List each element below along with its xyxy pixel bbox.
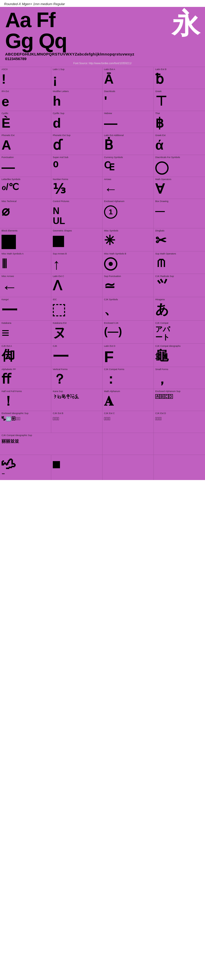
cell-punctuation: Punctuation — (0, 155, 51, 177)
cell-char-dingbats: ✂ (155, 234, 167, 247)
cell-label-half-full-forms: Half And Full Forms (2, 390, 22, 393)
cell-greek-ext: Greek Ext ά (154, 133, 205, 155)
grid-row-3: Cyrillic È Cyrillic Sup d Hebrew — Thai … (0, 111, 205, 133)
cell-math-operators: Math Operators ∀ (154, 177, 205, 199)
cell-char-enclosed-cjk: (—) (104, 326, 122, 337)
cell-diacriticals-sym: Diacriticals For Symbols (154, 155, 205, 177)
cell-empty-1 (102, 433, 154, 455)
cell-label-cjk-ext-d: CJK Ext D (155, 412, 166, 415)
cell-label-ascii: ASCII (2, 68, 8, 71)
cjk-compat-ideo-sup-chars: 丽 丽 並 並 (2, 438, 19, 444)
header: Rounded-X Mgen+ 1mn medium Regular (0, 0, 205, 7)
enc-as-3: 🄲 (164, 395, 168, 399)
cell-label-super-sub: Super And Sub (53, 156, 69, 159)
cell-char-latin-ext-a: Ā (104, 72, 114, 86)
enc-as-4: 🄳 (168, 395, 173, 399)
hero-numbers: 0123456789 (5, 57, 200, 61)
cell-final-small (51, 455, 102, 480)
cell-cjk-ext-d: CJK Ext D 𫝀 𫝁 𫝂 𫝃 (154, 411, 205, 433)
cell-char-modifier: h (53, 94, 61, 108)
cell-geometric-shapes: Geometric Shapes (51, 228, 102, 251)
grid-row-9: Misc Math Symbols A ⦀ Sup Arrows B ↑ Mis… (0, 251, 205, 274)
kana-sup-3: 𛀂 (61, 395, 66, 399)
cell-cjk-compat: CJK Compat アパ ート (154, 321, 205, 343)
cell-label-cjk-compat-ideo-sup: CJK Compat Ideographic Sup (2, 434, 32, 437)
cell-cjk: CJK 一 (51, 344, 102, 367)
cell-char-misc-arrows: ← (2, 279, 18, 295)
cell-char-cyrillic-sup: d (53, 116, 61, 130)
cell-label-misc-arrows: Misc Arrows (2, 275, 14, 278)
enc-alphanum-sup-chars: 🄰 🄱 🄲 🄳 (155, 395, 173, 399)
cell-label-enclosed-cjk: Enclosed CJK (104, 322, 119, 325)
hero-kanji: 永 (172, 10, 200, 38)
cell-label-arrows: Arrows (104, 178, 111, 181)
cell-label-cjk-compat: CJK Compat (155, 322, 168, 325)
cell-misc-technical: Misc Technical ⌀ (0, 199, 51, 228)
cell-label-latin1sup: Latin 1 Sup (53, 68, 64, 71)
cell-phonetic-ext: Phonetic Ext A (0, 133, 51, 155)
cell-char-sup-math-operators: ⫙ (155, 257, 168, 269)
cell-latin-ext-c: Latin Ext C ꓥ (51, 274, 102, 297)
cell-enc-ideo-sup: Enclosed Ideographic Sup 🈀 🈁 🈂 🈃 🈄 🈅 (0, 411, 51, 433)
kana-sup-5: 𛀄 (70, 395, 75, 399)
cell-modifier: Modifier Letters h (51, 89, 102, 111)
cell-char-cjk-symbols: 、 (104, 302, 117, 316)
cell-label-latin-ext-c: Latin Ext C (53, 275, 64, 278)
cell-cjk-compat-forms: CJK Compat Forms ： (102, 367, 154, 389)
cell-label-cjk-compat-ideo: CJK Compat Ideographs (155, 345, 181, 348)
cell-char-misc-symbols: ✳ (104, 234, 115, 247)
cell-thai: Thai ฿ (154, 111, 205, 133)
cell-label-box-drawing: Box Drawing (155, 200, 168, 203)
cell-latin-ext-d: Latin Ext D F (102, 344, 154, 367)
grid-row-8: Block Elements Geometric Shapes Misc Sym… (0, 228, 205, 251)
cell-label-greek: Greek (155, 90, 162, 93)
cell-char-math-operators: ∀ (155, 182, 165, 196)
cell-char-punctuation: — (2, 160, 15, 173)
circle-target-symbol (104, 257, 117, 270)
cell-char-latin-ext-b: ƀ (155, 72, 164, 86)
cjk-ext-c-chars: 𪜀 𪜁 𪜂 𪜃 (104, 416, 111, 422)
cell-label-block-elements: Block Elements (2, 229, 18, 232)
cell-katakana: Katakana ≡ (0, 321, 51, 343)
cell-char-cjk-compat-forms: ： (104, 372, 117, 386)
cell-control-pictures: Control Pictures NUL (51, 199, 102, 228)
grid-row-1: ASCII ! Latin 1 Sup ¡ Latin Ext A Ā Lati… (0, 67, 205, 89)
cell-char-latin-ext-c: ꓥ (53, 279, 62, 292)
cell-cyrillic-sup: Cyrillic Sup d (51, 111, 102, 133)
nul-symbol: NUL (53, 206, 65, 226)
cell-hebrew: Hebrew — (102, 111, 154, 133)
cell-label-misc-math-b: Misc Math Symbols B (104, 252, 127, 255)
cell-label-modifier: Modifier Letters (53, 90, 69, 93)
enc-ideo-sup-chars: 🈀 🈁 🈂 🈃 🈄 🈅 (2, 416, 21, 422)
cell-char-cjk-ext-a: 㑢 (2, 349, 15, 362)
cell-cyrillic: Cyrillic È (0, 111, 51, 133)
cell-misc-arrows: Misc Arrows ← (0, 274, 51, 297)
hero-letters-line1: Aa Ff (5, 10, 67, 30)
cell-label-greek-ext: Greek Ext (155, 134, 165, 137)
square-filled-symbol (2, 235, 16, 249)
cjk-d-4: 𫝃 (160, 416, 162, 422)
cell-kana-sup: Kana Sup 𛀀 𛀁 𛀂 𛀃 𛀄 𛀅 (51, 389, 102, 411)
stacked-line2: ート (155, 334, 170, 341)
circled-1-symbol: 1 (104, 205, 117, 219)
cell-label-cjk: CJK (53, 345, 57, 348)
cell-label-idc: IDC (53, 298, 57, 301)
cell-kangxi: Kangxi 一 (0, 297, 51, 320)
cell-latin-ext-add: Latin Ext Additional Ḃ (102, 133, 154, 155)
cell-label-control-pictures: Control Pictures (53, 200, 69, 203)
cell-label-cjk-ext-c: CJK Ext C (104, 412, 115, 415)
grid-row-17: CJK Compat Ideographic Sup 丽 丽 並 並 (0, 433, 205, 455)
cell-char-greek-ext: ά (155, 138, 163, 152)
enc-as-1: 🄰 (155, 395, 160, 399)
cell-label-cyrillic: Cyrillic (2, 112, 8, 115)
cell-label-katakana: Katakana (2, 322, 11, 325)
cell-enclosed-cjk: Enclosed CJK (—) (102, 321, 154, 343)
kana-sup-1: 𛀀 (53, 395, 57, 399)
cell-label-katakana-ext: Katakana Ext (53, 322, 67, 325)
cell-label-letterlike: Letterlike Symbols (2, 178, 21, 181)
grid-row-12: Katakana ≡ Katakana Ext ヌ Enclosed CJK (… (0, 320, 205, 343)
cell-label-thai: Thai (155, 112, 160, 115)
cell-cjk-ext-c: CJK Ext C 𪜀 𪜁 𪜂 𪜃 (102, 411, 154, 433)
cell-label-hiragana: Hiragana (155, 298, 165, 301)
cell-misc-math-b: Misc Math Symbols B (102, 251, 154, 274)
